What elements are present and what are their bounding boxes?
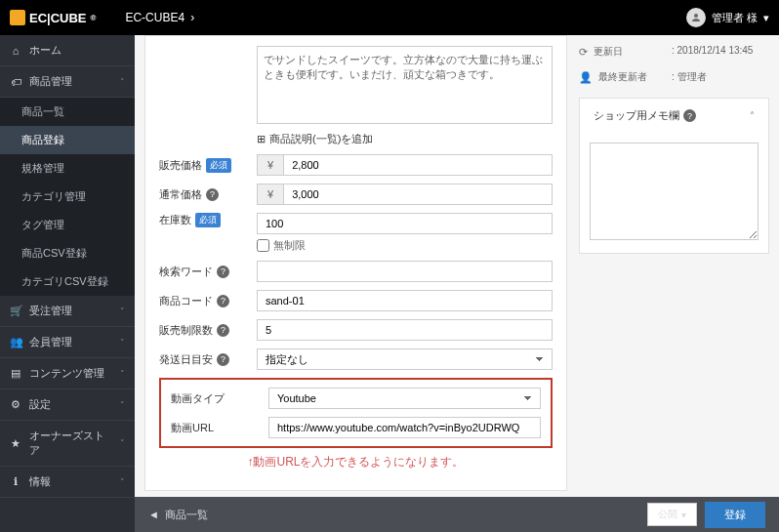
caret-down-icon: ▾ [763,12,769,24]
svg-point-0 [694,14,698,18]
chevron-down-icon: ˅ [120,338,125,348]
help-icon[interactable]: ? [217,324,229,337]
sale-price-label: 販売価格 必須 [159,158,257,173]
cube-icon [10,10,25,25]
meta-info: ⟳更新日 2018/12/14 13:45 👤最終更新者 管理者 [579,35,769,98]
chevron-right-icon: › [190,11,194,24]
gear-icon: ⚙ [10,398,21,411]
sidebar-sub-tag[interactable]: タグ管理 [0,211,135,239]
code-label: 商品コード ? [159,294,257,308]
tag-icon: 🏷 [10,76,21,88]
chevron-up-icon: ˄ [120,77,125,87]
sidebar-sub-register[interactable]: 商品登録 [0,126,135,154]
updated-label: ⟳更新日 [579,45,672,59]
sidebar-item-orders[interactable]: 🛒 受注管理 ˅ [0,296,135,327]
sidebar-item-settings[interactable]: ⚙ 設定 ˅ [0,389,135,421]
unlimited-checkbox[interactable] [257,239,269,252]
sale-price-input[interactable] [283,154,553,176]
arrow-left-icon: ◄ [148,509,159,520]
bottom-bar: ◄ 商品一覧 公開 ▾ 登録 [135,497,779,532]
user-avatar-icon [686,8,706,27]
unlimited-label: 無制限 [273,238,306,253]
sidebar-sub-list[interactable]: 商品一覧 [0,98,135,126]
refresh-icon: ⟳ [579,46,588,59]
cart-icon: 🛒 [10,305,21,317]
updated-value: 2018/12/14 13:45 [672,45,769,59]
limit-input[interactable] [257,319,553,341]
normal-price-input[interactable] [283,184,553,205]
brand-logo[interactable]: EC|CUBE ® [10,10,96,25]
topbar: EC|CUBE ® EC-CUBE4 › 管理者 様 ▾ [0,0,779,35]
sidebar-item-home[interactable]: ⌂ ホーム [0,35,135,66]
submit-button[interactable]: 登録 [705,502,765,528]
sidebar-submenu-products: 商品一覧 商品登録 規格管理 カテゴリ管理 タグ管理 商品CSV登録 カテゴリC… [0,98,135,296]
search-word-label: 検索ワード ? [159,265,257,279]
sidebar-sub-category[interactable]: カテゴリ管理 [0,183,135,211]
plus-square-icon: ⊞ [257,133,266,145]
product-form-panel: ⊞ 商品説明(一覧)を追加 販売価格 必須 ¥ [144,35,567,491]
search-word-input[interactable] [257,261,553,282]
description-textarea[interactable] [257,46,553,124]
video-type-select[interactable]: Youtube [268,388,541,409]
help-icon[interactable]: ? [217,266,229,278]
sidebar-sub-spec[interactable]: 規格管理 [0,154,135,183]
sidebar: ⌂ ホーム 🏷 商品管理 ˄ 商品一覧 商品登録 規格管理 カテゴリ管理 タグ管… [0,35,135,532]
updater-label: 👤最終更新者 [579,70,672,84]
ship-label: 発送日目安 ? [159,352,257,367]
chevron-down-icon: ˅ [120,400,125,410]
yen-prefix: ¥ [257,154,283,176]
chevron-down-icon: ˅ [120,369,125,379]
sidebar-item-owners[interactable]: ★ オーナーズストア ˅ [0,421,135,467]
chevron-down-icon: ˅ [120,438,125,448]
main-content: ⊞ 商品説明(一覧)を追加 販売価格 必須 ¥ [135,35,779,532]
caret-down-icon: ▾ [681,510,686,520]
video-type-label: 動画タイプ [171,391,268,406]
chevron-up-icon: ˄ [750,110,755,121]
sidebar-sub-catcsv[interactable]: カテゴリCSV登録 [0,267,135,296]
help-icon[interactable]: ? [217,295,229,307]
sidebar-item-info[interactable]: ℹ 情報 ˅ [0,467,135,498]
users-icon: 👥 [10,336,21,348]
normal-price-label: 通常価格 ? [159,187,257,202]
video-url-input[interactable] [268,417,541,438]
home-icon: ⌂ [10,45,21,57]
sidebar-sub-prodcsv[interactable]: 商品CSV登録 [0,239,135,267]
info-icon: ℹ [10,475,21,488]
sidebar-item-contents[interactable]: ▤ コンテンツ管理 ˅ [0,358,135,389]
star-icon: ★ [10,437,21,450]
video-note-text: ↑動画URLを入力できるようになります。 [159,454,553,471]
chevron-down-icon: ˅ [120,477,125,487]
chevron-down-icon: ˅ [120,307,125,316]
site-name-link[interactable]: EC-CUBE4 › [125,11,194,24]
shop-memo-header[interactable]: ショップ用メモ欄 ? ˄ [580,99,768,133]
code-input[interactable] [257,290,553,311]
sidebar-item-products[interactable]: 🏷 商品管理 ˄ [0,66,135,98]
ship-select[interactable]: 指定なし [257,348,553,370]
help-icon[interactable]: ? [217,353,229,366]
shop-memo-accordion: ショップ用メモ欄 ? ˄ [579,98,769,254]
video-url-label: 動画URL [171,421,268,435]
updater-value: 管理者 [672,70,769,84]
visibility-select[interactable]: 公開 ▾ [647,503,697,526]
required-badge: 必須 [206,158,231,173]
add-description-link[interactable]: ⊞ 商品説明(一覧)を追加 [257,132,553,146]
yen-prefix: ¥ [257,184,283,205]
required-badge: 必須 [195,213,221,227]
shop-memo-textarea[interactable] [590,143,758,240]
sidebar-item-members[interactable]: 👥 会員管理 ˅ [0,327,135,358]
help-icon[interactable]: ? [683,109,696,122]
stock-input[interactable] [257,213,553,234]
video-section-highlight: 動画タイプ Youtube 動画URL [159,378,553,448]
limit-label: 販売制限数 ? [159,323,257,338]
book-icon: ▤ [10,367,21,380]
help-icon[interactable]: ? [206,188,219,201]
user-menu[interactable]: 管理者 様 ▾ [686,8,769,27]
stock-label: 在庫数 必須 [159,213,257,227]
person-icon: 👤 [579,71,593,84]
brand-text: EC|CUBE [29,11,87,25]
back-link[interactable]: ◄ 商品一覧 [148,508,208,522]
